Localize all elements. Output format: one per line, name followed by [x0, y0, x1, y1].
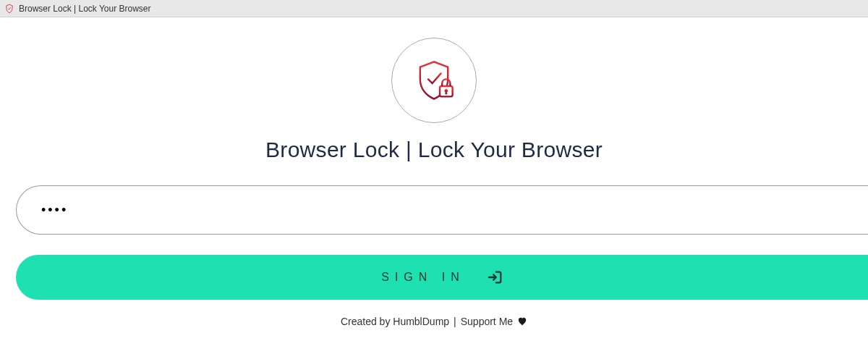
- window-titlebar: Browser Lock | Lock Your Browser: [0, 0, 868, 17]
- password-input[interactable]: [16, 185, 868, 235]
- heart-icon: [517, 316, 527, 327]
- signin-arrow-icon: [487, 269, 503, 285]
- footer-separator: |: [454, 316, 456, 327]
- shield-lock-icon: [411, 57, 457, 104]
- main-content: Browser Lock | Lock Your Browser SIGN IN…: [0, 17, 868, 327]
- signin-button[interactable]: SIGN IN: [16, 255, 868, 300]
- page-title: Browser Lock | Lock Your Browser: [265, 138, 603, 162]
- support-me-link[interactable]: Support Me: [461, 316, 513, 327]
- window-title: Browser Lock | Lock Your Browser: [19, 4, 151, 14]
- created-by-link[interactable]: Created by HumblDump: [341, 316, 449, 327]
- footer: Created by HumblDump | Support Me: [341, 316, 527, 327]
- signin-label: SIGN IN: [381, 271, 465, 284]
- logo-circle: [391, 38, 477, 123]
- shield-lock-icon: [4, 4, 14, 14]
